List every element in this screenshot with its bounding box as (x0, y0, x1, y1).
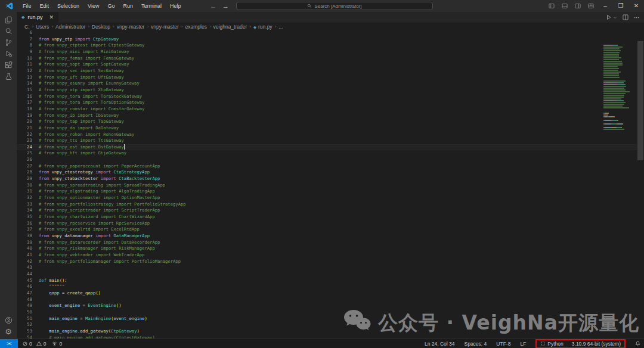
toggle-sidebar-icon[interactable] (545, 1, 558, 11)
code-line-11[interactable]: 11# from vnpy_sopt import SoptGateway (17, 61, 637, 68)
breadcrumb-file[interactable]: ◆run.py (253, 24, 273, 30)
breadcrumb-segment[interactable]: veighna_trader (213, 24, 248, 30)
accounts-icon[interactable] (0, 315, 17, 326)
code-line-25[interactable]: 25# from vnpy_hft import GtjaGateway (17, 150, 637, 157)
code-line-39[interactable]: 39# from vnpy_datarecorder import DataRe… (17, 240, 637, 246)
code-line-15[interactable]: 15# from vnpy_xtp import XtpGateway (17, 87, 637, 94)
menu-file[interactable]: File (18, 0, 36, 12)
code-line-8[interactable]: 8# from vnpy_ctptest import CtptestGatew… (17, 42, 637, 49)
extensions-icon[interactable] (0, 60, 17, 71)
breadcrumb-segment[interactable]: vnpy-master (116, 24, 145, 30)
code-line-20[interactable]: 20# from vnpy_tap import TapGateway (17, 119, 637, 125)
menu-go[interactable]: Go (103, 0, 119, 12)
code-line-37[interactable]: 37# from vnpy_excelrtd import ExcelRtdAp… (17, 226, 637, 233)
tab-run-py[interactable]: ◆ run.py ✕ (17, 12, 59, 23)
code-line-41[interactable]: 41# from vnpy_webtrader import WebTrader… (17, 252, 637, 259)
toggle-panel-icon[interactable] (558, 1, 571, 11)
cursor-position[interactable]: Ln 24, Col 34 (425, 341, 455, 347)
notifications-bell-icon[interactable] (635, 341, 640, 346)
code-line-48[interactable]: 48 (17, 297, 637, 303)
code-line-29[interactable]: 29from vnpy_ctabacktester import CtaBack… (17, 176, 637, 182)
source-control-icon[interactable] (0, 37, 17, 48)
eol-sequence[interactable]: LF (520, 341, 526, 347)
code-line-45[interactable]: 45def main(): (17, 278, 637, 284)
code-line-34[interactable]: 34# from vnpy_scripttrader import Script… (17, 207, 637, 214)
tab-close-icon[interactable]: ✕ (49, 14, 54, 20)
code-line-47[interactable]: 47 qapp = create_qapp() (17, 290, 637, 297)
ports-button[interactable]: 0 (52, 341, 62, 347)
code-line-31[interactable]: 31# from vnpy_algotrading import AlgoTra… (17, 188, 637, 195)
code-line-14[interactable]: 14# from vnpy_esunny import EsunnyGatewa… (17, 80, 637, 87)
code-line-10[interactable]: 10# from vnpy_femas import FemasGateway (17, 55, 637, 62)
testing-icon[interactable] (0, 71, 17, 82)
menu-selection[interactable]: Selection (53, 0, 83, 12)
minimap[interactable] (603, 31, 636, 281)
code-editor[interactable]: 67from vnpy_ctp import CtpGateway8# from… (17, 30, 637, 338)
code-line-22[interactable]: 22# from vnpy_rohon import RohonGateway (17, 132, 637, 138)
scrollbar-thumb[interactable] (637, 41, 643, 160)
breadcrumb-segment[interactable]: vnpy-master (150, 24, 179, 30)
customize-layout-icon[interactable] (584, 1, 597, 11)
code-line-46[interactable]: 46 """""" (17, 284, 637, 290)
breadcrumb-segment[interactable]: Administrator (55, 24, 86, 30)
search-sidebar-icon[interactable] (0, 26, 17, 37)
nav-forward-button[interactable]: → (222, 2, 229, 10)
code-line-36[interactable]: 36# from vnpy_rpcservice import RpcServi… (17, 220, 637, 227)
code-line-42[interactable]: 42# from vnpy_portfoliomanager import Po… (17, 259, 637, 265)
code-line-24[interactable]: 24# from vnpy_ost import OstGateway (17, 144, 637, 151)
code-line-9[interactable]: 9# from vnpy_mini import MiniGateway (17, 49, 637, 55)
code-line-44[interactable]: 44 (17, 271, 637, 278)
code-line-33[interactable]: 33# from vnpy_portfoliostrategy import P… (17, 201, 637, 208)
code-line-13[interactable]: 13# from vnpy_uft import UftGateway (17, 74, 637, 81)
breadcrumb-overflow[interactable]: ... (278, 24, 283, 30)
more-actions-button[interactable]: ⋯ (634, 14, 640, 21)
menu-run[interactable]: Run (119, 0, 137, 12)
code-line-12[interactable]: 12# from vnpy_sec import SecGateway (17, 68, 637, 74)
code-line-7[interactable]: 7from vnpy_ctp import CtpGateway (17, 36, 637, 43)
code-line-18[interactable]: 18# from vnpy_comstar import ComstarGate… (17, 106, 637, 113)
code-line-49[interactable]: 49 event_engine = EventEngine() (17, 303, 637, 309)
line-number: 14 (17, 80, 32, 87)
code-line-40[interactable]: 40# from vnpy_riskmanager import RiskMan… (17, 246, 637, 252)
split-editor-button[interactable] (623, 12, 628, 23)
problems-button[interactable]: 0 0 (23, 341, 46, 347)
menu-edit[interactable]: Edit (36, 0, 54, 12)
code-line-6[interactable]: 6 (17, 30, 637, 36)
code-line-38[interactable]: 38from vnpy_datamanager import DataManag… (17, 233, 637, 240)
code-line-26[interactable]: 26 (17, 157, 637, 163)
code-line-30[interactable]: 30# from vnpy_spreadtrading import Sprea… (17, 182, 637, 189)
encoding[interactable]: UTF-8 (496, 341, 510, 347)
code-line-43[interactable]: 43 (17, 265, 637, 271)
minimize-button[interactable]: – (597, 0, 613, 12)
code-line-27[interactable]: 27# from vnpy_paperaccount import PaperA… (17, 163, 637, 170)
menu-help[interactable]: Help (166, 0, 185, 12)
python-interpreter[interactable]: 3.10.9 64-bit (system) (572, 341, 621, 347)
breadcrumb-segment[interactable]: C: (24, 24, 30, 30)
breadcrumb-segment[interactable]: Desktop (91, 24, 111, 30)
nav-back-button[interactable]: ← (210, 2, 216, 10)
language-mode[interactable]: Python (540, 341, 563, 347)
remote-indicator-button[interactable]: >< (0, 339, 18, 348)
toggle-secondary-sidebar-icon[interactable] (571, 1, 584, 11)
editor-scrollbar[interactable] (637, 30, 644, 338)
code-line-21[interactable]: 21# from vnpy_da import DaGateway (17, 125, 637, 132)
code-line-16[interactable]: 16# from vnpy_tora import ToraStockGatew… (17, 94, 637, 100)
run-and-debug-icon[interactable] (0, 48, 17, 60)
breadcrumb-segment[interactable]: examples (185, 24, 208, 30)
menu-terminal[interactable]: Terminal (137, 0, 166, 12)
indentation[interactable]: Spaces: 4 (465, 341, 487, 347)
command-center-search[interactable]: Search [Administrator] (236, 2, 433, 10)
code-line-35[interactable]: 35# from vnpy_chartwizard import ChartWi… (17, 214, 637, 220)
run-python-file-button[interactable] (606, 14, 617, 20)
code-line-19[interactable]: 19# from vnpy_ib import IbGateway (17, 113, 637, 119)
settings-gear-icon[interactable]: ⚙ (0, 326, 17, 337)
breadcrumb-segment[interactable]: Users (35, 24, 49, 30)
code-line-32[interactable]: 32# from vnpy_optionmaster import Option… (17, 195, 637, 201)
code-line-17[interactable]: 17# from vnpy_tora import ToraOptionGate… (17, 100, 637, 106)
menu-view[interactable]: View (83, 0, 103, 12)
explorer-icon[interactable] (0, 14, 17, 26)
close-button[interactable]: ✕ (628, 0, 644, 12)
restore-button[interactable]: ❐ (613, 0, 628, 12)
code-line-23[interactable]: 23# from vnpy_tts import TtsGateway (17, 138, 637, 144)
code-line-28[interactable]: 28from vnpy_ctastrategy import CtaStrate… (17, 169, 637, 176)
